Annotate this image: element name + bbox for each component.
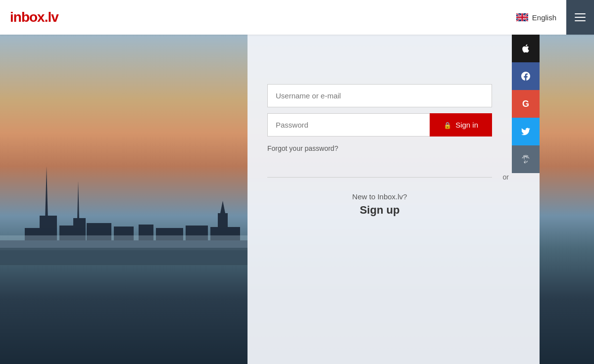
twitter-signin-button[interactable] [512, 118, 540, 145]
or-label: or [503, 173, 509, 181]
logo-text: inbox. [10, 9, 48, 25]
fingerprint-icon [521, 154, 531, 164]
google-label: G [522, 99, 529, 109]
language-label: English [532, 13, 556, 22]
svg-marker-14 [220, 201, 225, 213]
login-card: Sign in Forgot your password? New to Inb… [248, 35, 540, 364]
signin-button[interactable]: Sign in [430, 113, 492, 136]
username-input[interactable] [267, 84, 492, 107]
signin-label: Sign in [455, 121, 478, 129]
cityscape-silhouette [0, 141, 248, 265]
header-right: English [506, 0, 594, 35]
password-row: Sign in [267, 113, 492, 136]
menu-bar-1 [575, 13, 586, 14]
fingerprint-signin-button[interactable] [512, 145, 540, 173]
menu-button[interactable] [566, 0, 594, 35]
logo: inbox.lv [10, 9, 58, 25]
apple-signin-button[interactable] [512, 35, 540, 62]
google-signin-button[interactable]: G [512, 90, 540, 118]
menu-bar-3 [575, 20, 586, 21]
login-form: Sign in Forgot your password? [267, 84, 492, 152]
signup-section: New to Inbox.lv? Sign up [267, 192, 492, 217]
svg-rect-17 [0, 248, 248, 265]
logo-suffix: lv [48, 9, 58, 25]
social-sidebar: G [512, 35, 540, 364]
card-logo-space [267, 69, 492, 84]
flag-icon [516, 13, 528, 21]
facebook-signin-button[interactable] [512, 62, 540, 90]
signup-link[interactable]: Sign up [360, 204, 400, 216]
header: inbox.lv English [0, 0, 594, 35]
apple-icon [521, 44, 531, 53]
facebook-icon [521, 72, 530, 81]
language-selector[interactable]: English [506, 13, 566, 22]
password-input[interactable] [267, 113, 430, 136]
lock-icon [444, 121, 451, 129]
login-main: Sign in Forgot your password? New to Inb… [248, 35, 512, 364]
new-to-text: New to Inbox.lv? [267, 192, 492, 201]
forgot-password-link[interactable]: Forgot your password? [267, 144, 492, 152]
menu-bar-2 [575, 17, 586, 18]
divider [267, 177, 492, 178]
twitter-icon [521, 127, 530, 136]
